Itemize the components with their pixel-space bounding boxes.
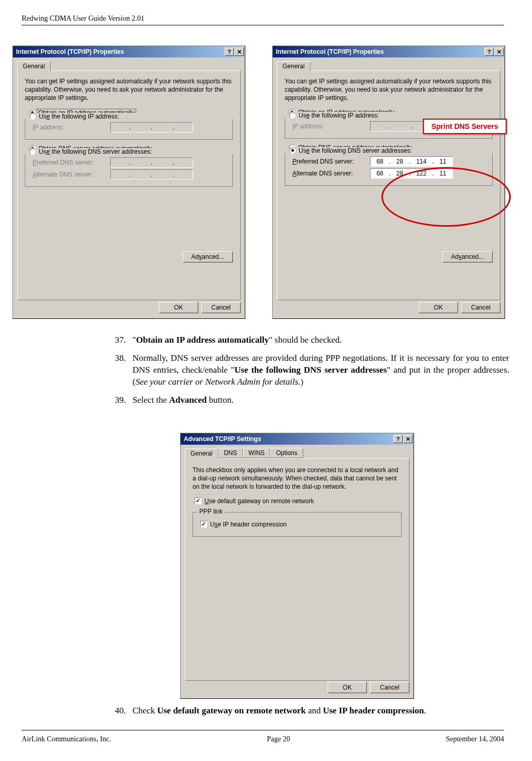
step-40: 40. Check Use default gateway on remote … — [115, 705, 509, 723]
screenshots-row: Internet Protocol (TCP/IP) Properties ? … — [12, 46, 505, 319]
tab-wins[interactable]: WINS — [243, 448, 270, 458]
ip-address-input[interactable]: ... — [110, 122, 193, 133]
instruction-steps: 37. "Obtain an IP address automatically"… — [115, 334, 509, 413]
alternate-dns-label: Alternate DNS server: — [33, 171, 110, 178]
advanced-button[interactable]: Advanced... — [183, 251, 233, 262]
radio-icon — [29, 149, 36, 155]
checkbox-icon: ✓ — [195, 497, 201, 504]
radio-icon — [289, 148, 295, 154]
titlebar: Advanced TCP/IP Settings ? ✕ — [181, 433, 413, 445]
preferred-dns-input[interactable]: 68. 28. 114. 11 — [370, 156, 453, 167]
step-text: Check Use default gateway on remote netw… — [132, 705, 509, 717]
cancel-button[interactable]: Cancel — [370, 682, 409, 693]
titlebar-text: Internet Protocol (TCP/IP) Properties — [16, 48, 224, 55]
checkbox-default-gateway[interactable]: ✓ Use default gateway on remote network — [195, 497, 402, 505]
checkbox-label: Use IP header compression — [210, 521, 287, 528]
header-rule — [22, 25, 504, 25]
radio-use-dns[interactable]: Use the following DNS server addresses: — [289, 147, 429, 154]
alternate-dns-input[interactable]: 68. 28. 122. 11 — [370, 168, 453, 179]
radio-use-dns[interactable]: Use the following DNS server addresses: — [29, 148, 169, 155]
footer-left: AirLink Communications, Inc. — [22, 735, 111, 743]
step-text: Select the Advanced button. — [132, 394, 509, 406]
alternate-dns-label: Alternate DNS server: — [292, 170, 370, 177]
close-icon[interactable]: ✕ — [403, 435, 412, 443]
checkbox-ip-header-compression[interactable]: ✓ Use IP header compression — [200, 521, 396, 528]
advanced-tcpip-dialog: Advanced TCP/IP Settings ? ✕ General DNS… — [180, 433, 414, 699]
page-header: Redwing CDMA User Guide Version 2.01 — [22, 14, 144, 23]
alternate-dns-input[interactable]: ... — [110, 169, 193, 180]
ok-button[interactable]: OK — [328, 682, 367, 693]
cancel-button[interactable]: Cancel — [201, 302, 241, 313]
radio-label: Use the following DNS server addresses: — [39, 148, 152, 155]
page-footer: AirLink Communications, Inc. Page 20 Sep… — [22, 735, 504, 743]
step-number: 40. — [115, 705, 132, 717]
ip-address-label: IP address: — [33, 124, 110, 131]
fieldset-legend: PPP link — [197, 508, 225, 515]
step-text: Normally, DNS server addresses are provi… — [132, 353, 509, 388]
tab-general[interactable]: General — [17, 61, 51, 71]
radio-icon — [29, 113, 36, 120]
preferred-dns-label: Preferred DNS server: — [33, 159, 110, 166]
radio-label: Use the following IP address: — [39, 113, 119, 120]
tab-general[interactable]: General — [277, 61, 311, 71]
tab-options[interactable]: Options — [270, 448, 303, 458]
help-icon[interactable]: ? — [484, 48, 494, 56]
radio-icon — [289, 112, 295, 119]
info-text: You can get IP settings assigned automat… — [25, 77, 233, 103]
radio-use-ip[interactable]: Use the following IP address: — [29, 113, 138, 120]
tcpip-properties-dialog-right: Sprint DNS Servers Internet Protocol (TC… — [272, 46, 505, 319]
titlebar: Internet Protocol (TCP/IP) Properties ? … — [13, 46, 245, 57]
footer-rule — [22, 730, 504, 730]
preferred-dns-label: Preferred DNS server: — [292, 158, 370, 165]
step-number: 38. — [115, 353, 132, 388]
close-icon[interactable]: ✕ — [494, 48, 504, 56]
close-icon[interactable]: ✕ — [234, 48, 244, 56]
radio-use-ip[interactable]: Use the following IP address: — [289, 112, 398, 119]
info-text: You can get IP settings assigned automat… — [285, 77, 493, 103]
callout-sprint-dns: Sprint DNS Servers — [423, 119, 507, 134]
ok-button[interactable]: OK — [159, 302, 198, 313]
footer-center: Page 20 — [267, 735, 290, 743]
checkbox-label: Use default gateway on remote network — [204, 497, 314, 505]
step-number: 37. — [115, 334, 132, 346]
checkbox-icon: ✓ — [200, 521, 207, 528]
ip-address-label: IP address: — [292, 123, 370, 130]
help-icon[interactable]: ? — [393, 435, 403, 443]
tab-dns[interactable]: DNS — [218, 448, 243, 458]
advanced-button[interactable]: Advanced... — [442, 251, 493, 262]
footer-right: September 14, 2004 — [446, 735, 504, 743]
radio-label: Use the following IP address: — [299, 112, 379, 119]
preferred-dns-input[interactable]: ... — [110, 157, 193, 168]
tab-general[interactable]: General — [185, 448, 218, 459]
titlebar: Internet Protocol (TCP/IP) Properties ? … — [273, 46, 505, 57]
step-text: "Obtain an IP address automatically" sho… — [132, 334, 509, 346]
titlebar-text: Advanced TCP/IP Settings — [184, 435, 393, 443]
step-number: 39. — [115, 394, 132, 406]
ok-button[interactable]: OK — [419, 302, 458, 313]
info-text: This checkbox only applies when you are … — [193, 466, 402, 491]
tcpip-properties-dialog-left: Internet Protocol (TCP/IP) Properties ? … — [12, 46, 245, 319]
titlebar-text: Internet Protocol (TCP/IP) Properties — [276, 48, 484, 55]
help-icon[interactable]: ? — [225, 48, 234, 56]
cancel-button[interactable]: Cancel — [461, 302, 500, 313]
radio-label: Use the following DNS server addresses: — [299, 147, 412, 154]
